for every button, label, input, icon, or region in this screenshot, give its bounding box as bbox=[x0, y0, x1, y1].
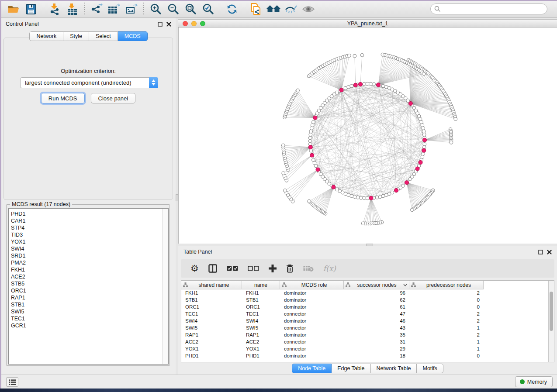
mcds-result-item[interactable]: YOX1 bbox=[11, 238, 163, 245]
graph-mcds-node[interactable] bbox=[359, 82, 363, 86]
tab-select[interactable]: Select bbox=[89, 31, 118, 41]
graph-node[interactable] bbox=[375, 196, 379, 199]
table-row[interactable]: FKH1FKH1dominator962 bbox=[181, 289, 547, 296]
mcds-result-item[interactable]: FKH1 bbox=[11, 266, 163, 273]
network-graph[interactable] bbox=[179, 28, 557, 244]
graph-node[interactable] bbox=[421, 124, 424, 127]
table-cell[interactable]: TEC1 bbox=[242, 311, 280, 316]
add-column-button[interactable] bbox=[269, 265, 277, 272]
table-cell[interactable]: STB1 bbox=[242, 297, 280, 303]
graph-mcds-node[interactable] bbox=[339, 88, 343, 92]
graph-node[interactable] bbox=[422, 127, 425, 130]
table-row[interactable]: SWI4SWI4dominator462 bbox=[181, 317, 547, 324]
tab-network-table[interactable]: Network Table bbox=[371, 364, 417, 373]
columns-button[interactable] bbox=[208, 264, 217, 273]
table-cell[interactable]: RAP1 bbox=[181, 332, 242, 337]
graph-node[interactable] bbox=[372, 83, 376, 86]
delete-column-button[interactable] bbox=[286, 264, 294, 273]
mcds-result-item[interactable]: SRD1 bbox=[11, 252, 163, 259]
tab-style[interactable]: Style bbox=[63, 31, 89, 41]
table-cell[interactable]: TEC1 bbox=[181, 311, 242, 316]
table-cell[interactable]: SWI5 bbox=[181, 325, 242, 330]
mcds-list-scrollbar[interactable] bbox=[163, 209, 168, 364]
column-header-successor-nodes[interactable]: successor nodes bbox=[344, 281, 409, 289]
close-panel-icon[interactable] bbox=[547, 250, 552, 254]
tab-edge-table[interactable]: Edge Table bbox=[332, 364, 370, 373]
close-panel-button[interactable]: Close panel bbox=[91, 93, 136, 103]
graph-mcds-node[interactable] bbox=[405, 181, 409, 185]
first-neighbors-button[interactable] bbox=[265, 2, 282, 16]
table-cell[interactable]: SWI5 bbox=[242, 325, 280, 330]
table-cell[interactable]: 1 bbox=[409, 346, 484, 351]
import-table-button[interactable] bbox=[64, 2, 81, 16]
table-cell[interactable]: 2 bbox=[409, 290, 484, 296]
mcds-result-item[interactable]: SWI4 bbox=[11, 245, 163, 252]
graph-node[interactable] bbox=[369, 82, 373, 86]
graph-node[interactable] bbox=[422, 133, 426, 137]
graph-node[interactable] bbox=[360, 54, 364, 57]
graph-node[interactable] bbox=[309, 133, 312, 137]
table-cell[interactable]: 61 bbox=[344, 304, 409, 309]
graph-mcds-node[interactable] bbox=[332, 185, 336, 189]
graph-node[interactable] bbox=[366, 196, 369, 200]
table-cell[interactable]: 62 bbox=[344, 297, 409, 303]
criterion-select[interactable]: largest connected component (undirected) bbox=[20, 77, 158, 88]
table-cell[interactable]: dominator bbox=[280, 304, 344, 309]
table-cell[interactable]: connector bbox=[280, 346, 344, 351]
network-window-titlebar[interactable]: YPA_prune.txt_1 bbox=[178, 19, 557, 28]
export-network-button[interactable] bbox=[88, 2, 105, 16]
table-cell[interactable]: ACE2 bbox=[181, 339, 242, 344]
mcds-result-item[interactable]: PHD1 bbox=[11, 210, 163, 217]
table-row[interactable]: PHD1PHD1dominator180 bbox=[181, 352, 547, 359]
graph-node[interactable] bbox=[308, 139, 312, 143]
graph-node[interactable] bbox=[361, 222, 365, 225]
graph-node[interactable] bbox=[281, 144, 285, 147]
graph-node[interactable] bbox=[366, 82, 369, 86]
table-cell[interactable]: connector bbox=[280, 339, 344, 344]
table-cell[interactable]: connector bbox=[280, 311, 344, 316]
memory-button[interactable]: Memory bbox=[515, 376, 553, 387]
graph-node[interactable] bbox=[282, 172, 285, 175]
table-cell[interactable]: FKH1 bbox=[181, 290, 242, 296]
graph-node[interactable] bbox=[353, 54, 356, 58]
mcds-result-item[interactable]: CAR1 bbox=[11, 217, 163, 224]
mcds-result-item[interactable]: GCR1 bbox=[11, 322, 163, 329]
graph-node[interactable] bbox=[421, 155, 424, 158]
graph-node[interactable] bbox=[312, 158, 315, 162]
zoom-fit-button[interactable] bbox=[182, 2, 199, 16]
mcds-result-item[interactable]: STB1 bbox=[11, 301, 163, 308]
refresh-button[interactable] bbox=[223, 2, 241, 16]
zoom-out-button[interactable] bbox=[164, 2, 182, 16]
table-cell[interactable]: 46 bbox=[344, 318, 409, 323]
column-header-name[interactable]: name bbox=[242, 281, 280, 289]
zoom-in-button[interactable] bbox=[147, 2, 164, 16]
float-panel-icon[interactable] bbox=[538, 250, 543, 254]
graph-node[interactable] bbox=[310, 127, 313, 130]
network-canvas[interactable] bbox=[178, 28, 557, 244]
graph-node[interactable] bbox=[308, 136, 312, 140]
graph-node[interactable] bbox=[309, 130, 313, 133]
mcds-result-item[interactable]: ORC1 bbox=[11, 287, 163, 294]
table-cell[interactable]: dominator bbox=[280, 297, 344, 303]
table-cell[interactable]: 2 bbox=[409, 332, 484, 337]
table-cell[interactable]: 18 bbox=[344, 353, 409, 358]
graph-node[interactable] bbox=[308, 199, 311, 203]
graph-node[interactable] bbox=[360, 196, 363, 199]
deselect-all-button[interactable] bbox=[248, 266, 259, 271]
open-button[interactable] bbox=[5, 2, 22, 16]
graph-mcds-node[interactable] bbox=[422, 138, 426, 142]
column-header-MCDS-role[interactable]: MCDS role bbox=[280, 281, 344, 289]
table-cell[interactable]: 35 bbox=[344, 332, 409, 337]
mcds-result-item[interactable]: RAP1 bbox=[11, 294, 163, 301]
table-cell[interactable]: 43 bbox=[344, 325, 409, 330]
mcds-result-item[interactable]: PMA2 bbox=[11, 259, 163, 266]
graph-node[interactable] bbox=[381, 84, 385, 88]
table-cell[interactable]: 1 bbox=[409, 339, 484, 344]
mcds-result-item[interactable]: STB5 bbox=[11, 280, 163, 287]
table-cell[interactable]: dominator bbox=[280, 332, 344, 337]
table-cell[interactable]: ORC1 bbox=[242, 304, 280, 309]
graph-node[interactable] bbox=[406, 99, 410, 103]
table-cell[interactable]: ACE2 bbox=[242, 339, 280, 344]
table-cell[interactable]: 29 bbox=[344, 346, 409, 351]
table-cell[interactable]: 0 bbox=[409, 297, 484, 303]
